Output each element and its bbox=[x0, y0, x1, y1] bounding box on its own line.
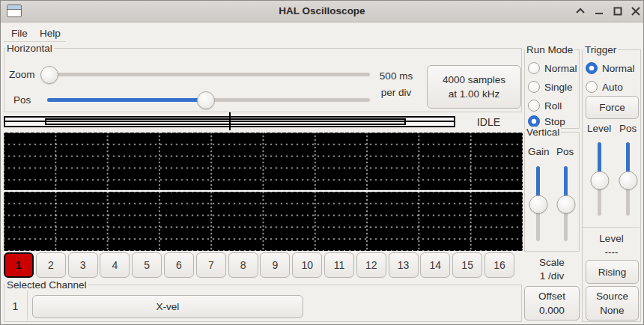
run-mode-option-roll[interactable]: Roll bbox=[528, 99, 562, 112]
vertical-pos-slider-handle[interactable] bbox=[557, 195, 576, 214]
samples-line1: 4000 samples bbox=[443, 73, 505, 87]
channel-button-11[interactable]: 11 bbox=[324, 252, 354, 278]
channel-button-15[interactable]: 15 bbox=[452, 252, 482, 278]
selected-channel-source-button[interactable]: X-vel bbox=[32, 295, 303, 318]
gain-slider-handle[interactable] bbox=[529, 195, 548, 214]
channel-button-3[interactable]: 3 bbox=[68, 252, 98, 278]
gain-label: Gain bbox=[528, 146, 550, 157]
radio-selected-icon[interactable] bbox=[528, 115, 540, 127]
close-icon[interactable] bbox=[629, 5, 643, 17]
offset-button[interactable]: Offset 0.000 bbox=[524, 286, 580, 321]
trigger-legend: Trigger bbox=[583, 44, 618, 55]
run-mode-option-single[interactable]: Single bbox=[528, 80, 573, 94]
channel-button-6[interactable]: 6 bbox=[164, 252, 194, 278]
channel-button-2[interactable]: 2 bbox=[36, 252, 66, 278]
zoom-slider-track[interactable] bbox=[43, 73, 370, 76]
pos-slider-track[interactable] bbox=[47, 98, 370, 102]
pos-slider-fill bbox=[47, 98, 206, 102]
maximize-icon[interactable] bbox=[611, 5, 625, 17]
trigger-option-normal[interactable]: Normal bbox=[586, 61, 635, 75]
window-title: HAL Oscilloscope bbox=[0, 5, 644, 16]
channel-button-14[interactable]: 14 bbox=[420, 252, 450, 278]
app-window: HAL Oscilloscope File Help Horizontal Zo… bbox=[0, 0, 644, 325]
record-window-box bbox=[45, 118, 406, 125]
trigger-source-button[interactable]: Source None bbox=[586, 286, 639, 321]
trigger-source-value: None bbox=[600, 303, 624, 318]
radio-icon[interactable] bbox=[528, 81, 540, 93]
menu-help[interactable]: Help bbox=[38, 28, 62, 39]
channel-button-12[interactable]: 12 bbox=[356, 252, 386, 278]
zoom-slider-handle[interactable] bbox=[40, 66, 58, 84]
trigger-level-readout-value: ---- bbox=[582, 246, 641, 259]
pos-label: Pos bbox=[13, 94, 31, 106]
trigger-source-label: Source bbox=[596, 289, 628, 303]
radio-icon[interactable] bbox=[528, 100, 540, 112]
rollup-icon[interactable] bbox=[574, 5, 587, 17]
scale-readout: Scale 1 /div bbox=[524, 256, 580, 283]
selected-channel-legend: Selected Channel bbox=[5, 279, 88, 291]
menubar-underline bbox=[4, 41, 66, 42]
run-mode-option-normal[interactable]: Normal bbox=[528, 61, 577, 75]
channel-button-13[interactable]: 13 bbox=[389, 252, 419, 278]
trace-channel-1 bbox=[4, 190, 523, 192]
channel-button-8[interactable]: 8 bbox=[228, 252, 258, 278]
selected-channel-name: X-vel bbox=[157, 300, 180, 314]
trigger-level-slider-handle[interactable] bbox=[591, 171, 610, 190]
channel-button-7[interactable]: 7 bbox=[196, 252, 226, 278]
trigger-level-readout: Level ---- bbox=[582, 232, 641, 259]
radio-icon[interactable] bbox=[586, 81, 598, 93]
scope-display bbox=[4, 133, 523, 251]
menu-file[interactable]: File bbox=[10, 28, 29, 39]
run-mode-legend: Run Mode bbox=[525, 44, 574, 55]
trigger-edge-button[interactable]: Rising bbox=[586, 260, 639, 284]
offset-label: Offset bbox=[538, 289, 565, 303]
force-button[interactable]: Force bbox=[586, 96, 639, 119]
zoom-label: Zoom bbox=[9, 69, 35, 80]
channel-button-1[interactable]: 1 bbox=[4, 252, 34, 278]
channel-button-row: 1 2 3 4 5 6 7 8 9 10 11 12 13 14 15 16 bbox=[4, 252, 514, 278]
timebase-per-div-value: 500 ms bbox=[370, 68, 422, 85]
vertical-pos-label: Pos bbox=[556, 146, 574, 157]
trigger-option-auto[interactable]: Auto bbox=[586, 80, 623, 94]
samples-button[interactable]: 4000 samples at 1.00 kHz bbox=[427, 65, 521, 109]
channel-button-10[interactable]: 10 bbox=[292, 252, 322, 278]
channel-button-5[interactable]: 5 bbox=[132, 252, 162, 278]
channel-button-9[interactable]: 9 bbox=[260, 252, 290, 278]
trigger-level-label: Level bbox=[587, 123, 611, 134]
timebase-readout: 500 ms per div bbox=[370, 68, 422, 101]
minimize-icon[interactable] bbox=[592, 5, 606, 17]
trigger-position-marker bbox=[229, 112, 231, 130]
title-bar[interactable]: HAL Oscilloscope bbox=[0, 0, 644, 22]
selected-channel-number: 1 bbox=[4, 291, 28, 322]
radio-selected-icon[interactable] bbox=[586, 62, 598, 74]
scale-value: 1 /div bbox=[524, 270, 580, 283]
status-text: IDLE bbox=[455, 116, 522, 128]
trigger-divider bbox=[583, 227, 640, 228]
pos-slider-handle[interactable] bbox=[197, 91, 215, 109]
offset-value: 0.000 bbox=[539, 303, 565, 318]
menu-bar: File Help bbox=[0, 23, 644, 43]
trigger-pos-slider-handle[interactable] bbox=[619, 171, 638, 190]
scale-label: Scale bbox=[524, 256, 580, 270]
trigger-pos-label: Pos bbox=[619, 123, 637, 134]
channel-button-4[interactable]: 4 bbox=[100, 252, 130, 278]
vertical-legend: Vertical bbox=[525, 127, 561, 138]
horizontal-legend: Horizontal bbox=[5, 43, 54, 54]
radio-icon[interactable] bbox=[528, 62, 540, 74]
channel-button-16[interactable]: 16 bbox=[484, 252, 514, 278]
samples-line2: at 1.00 kHz bbox=[449, 87, 499, 101]
timebase-per-div-unit: per div bbox=[370, 85, 422, 101]
trigger-level-readout-label: Level bbox=[582, 232, 641, 246]
